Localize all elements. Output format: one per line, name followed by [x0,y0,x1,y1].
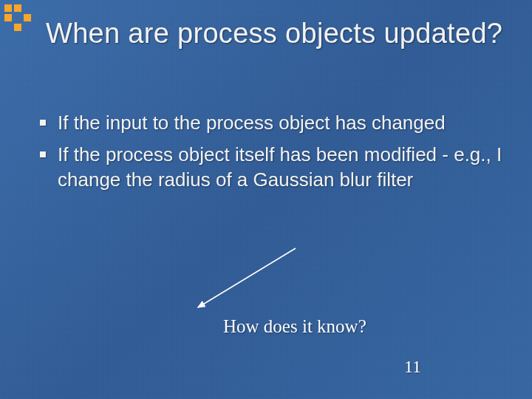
bullet-item: If the input to the process object has c… [40,111,502,135]
arrow-icon [177,245,325,319]
slide-body: If the input to the process object has c… [40,111,502,200]
svg-line-0 [198,248,296,307]
bullet-marker-icon [40,120,46,126]
bullet-item: If the process object itself has been mo… [40,143,502,192]
page-number: 11 [404,357,421,377]
bullet-marker-icon [40,151,46,157]
slide-title: When are process objects updated? [46,18,517,50]
annotation-text: How does it know? [223,316,366,337]
corner-logo [4,4,31,31]
bullet-text: If the process object itself has been mo… [58,143,502,192]
bullet-text: If the input to the process object has c… [58,111,502,135]
